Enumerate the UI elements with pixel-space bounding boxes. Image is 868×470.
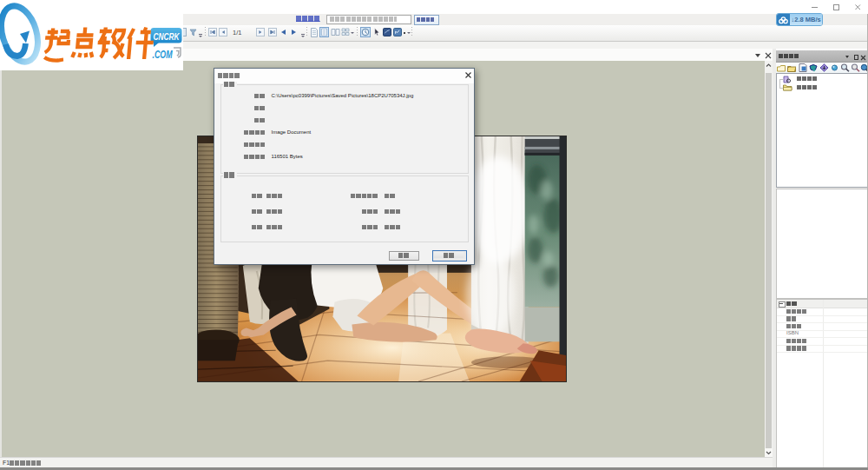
svg-text:.COM: .COM bbox=[153, 48, 173, 61]
svg-text:CNCRK: CNCRK bbox=[154, 31, 181, 42]
